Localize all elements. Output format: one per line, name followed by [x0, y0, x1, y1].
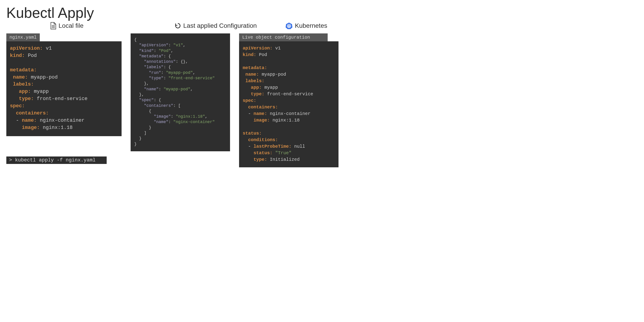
file-icon: [50, 22, 56, 29]
column-headers: Local file Last applied Configuration: [6, 22, 346, 29]
col-head-local-label: Local file: [58, 22, 84, 29]
mid-kind: Pod: [161, 48, 168, 53]
page-title: Kubectl Apply: [6, 4, 346, 21]
col-head-local: Local file: [6, 22, 170, 29]
col-head-k8s-label: Kubernetes: [295, 22, 327, 29]
col-head-k8s: Kubernetes: [283, 22, 327, 29]
right-c0-image: nginx:1.18: [272, 118, 300, 123]
command-prompt: >: [9, 157, 12, 163]
panel-local: nginx.yaml apiVersion: v1 kind: Pod meta…: [6, 33, 122, 164]
mid-c0-name: nginx-container: [176, 120, 212, 124]
right-cond-status: "True": [275, 150, 292, 156]
kubernetes-icon: [286, 22, 292, 29]
code-mid: { "apiVersion": "v1", "kind": "Pod", "me…: [130, 33, 230, 151]
right-c0-name: nginx-container: [270, 111, 310, 116]
right-label-app: myapp: [264, 85, 278, 90]
panels-row: nginx.yaml apiVersion: v1 kind: Pod meta…: [6, 33, 346, 167]
left-label-type: front-end-service: [37, 96, 88, 102]
mid-annotations: {}: [180, 59, 186, 64]
mid-apiVersion: v1: [176, 43, 181, 47]
command-line: > kubectl apply -f nginx.yaml: [6, 156, 107, 164]
left-label-app: myapp: [34, 89, 49, 94]
undo-icon: [175, 22, 181, 29]
left-kind: Pod: [28, 53, 37, 58]
slide: Kubectl Apply Local file Las: [0, 0, 352, 174]
panel-last-applied: { "apiVersion": "v1", "kind": "Pod", "me…: [130, 33, 230, 151]
mid-label-type: front-end-service: [171, 76, 212, 80]
col-head-last-label: Last applied Configuration: [183, 22, 257, 29]
mid-label-run: myapp-pod: [168, 70, 190, 75]
left-c0-name: nginx-container: [40, 118, 84, 123]
file-tab-left: nginx.yaml: [6, 33, 40, 41]
left-meta-name: myapp-pod: [31, 74, 58, 80]
code-right: apiVersion: v1 kind: Pod metadata: name:…: [239, 41, 338, 167]
right-cond-lpt: null: [294, 144, 305, 149]
file-tab-right: Live object configuration: [239, 33, 328, 41]
right-meta-name: myapp-pod: [262, 72, 286, 77]
col-head-last: Last applied Configuration: [170, 22, 283, 29]
code-left: apiVersion: v1 kind: Pod metadata: name:…: [6, 41, 122, 136]
mid-c0-image: nginx:1.18: [178, 114, 202, 119]
panel-live: Live object configuration apiVersion: v1…: [239, 33, 338, 167]
command-text: kubectl apply -f nginx.yaml: [15, 157, 95, 163]
mid-meta-name: myapp-pod: [166, 87, 188, 91]
left-c0-image: nginx:1.18: [43, 125, 72, 130]
right-apiVersion: v1: [275, 46, 281, 51]
right-cond-type: Initialized: [270, 157, 300, 162]
right-kind: Pod: [259, 52, 267, 57]
left-apiVersion: v1: [46, 46, 52, 51]
right-label-type: front-end-service: [267, 91, 313, 97]
